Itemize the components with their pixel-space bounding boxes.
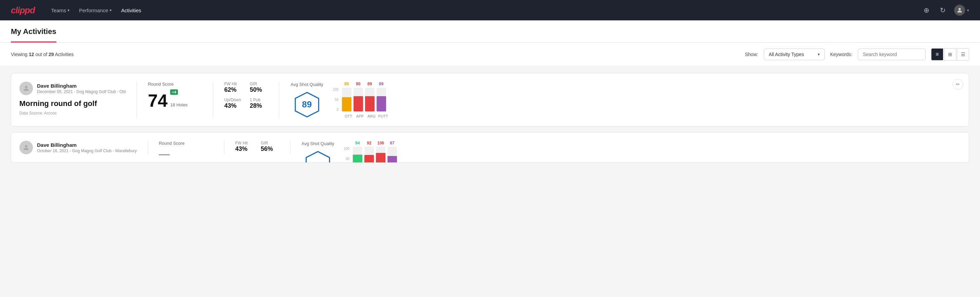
nav-teams[interactable]: Teams ▾ (51, 6, 70, 14)
bar-app-wrapper (353, 88, 363, 112)
bar-ott-value: 85 (344, 81, 349, 86)
round-score-label: Round Score (148, 81, 202, 87)
view-toggle: ≡ ⊞ ☰ (931, 48, 969, 61)
activity-type-select[interactable]: All Activity Types ▾ (764, 49, 825, 60)
oneputt-value: 28% (250, 102, 268, 109)
card-info: Dave Billingham December 05, 2021 - Gog … (19, 81, 126, 115)
edit-button[interactable]: ✏ (953, 79, 963, 90)
gir-stat-2: GIR 56% (261, 141, 280, 153)
list-view-button[interactable]: ☰ (957, 48, 969, 61)
user-avatar-button[interactable]: ▾ (954, 5, 969, 16)
bar-arg: 89 (365, 81, 375, 112)
viewing-total: 29 (49, 52, 54, 57)
card-divider-5 (224, 141, 224, 154)
nav-performance-chevron: ▾ (110, 8, 112, 13)
gir-value: 50% (250, 86, 268, 93)
holes-text: 18 Holes (170, 102, 188, 107)
keywords-label: Keywords: (830, 52, 852, 57)
card-divider-2 (213, 81, 213, 118)
bar-putt-fill-2 (387, 156, 397, 163)
fw-hit-stat-2: FW Hit 43% (235, 141, 254, 153)
compact-view-button[interactable]: ≡ (931, 48, 943, 61)
updown-stat: Up/Down 43% (224, 97, 243, 109)
user-row: Dave Billingham December 05, 2021 - Gog … (19, 81, 126, 95)
score-number-2: — (159, 148, 170, 160)
gir-label: GIR (250, 81, 268, 86)
avatar (954, 5, 965, 16)
header-right: ⊕ ↻ ▾ (921, 5, 969, 16)
nav-performance-label: Performance (79, 8, 108, 13)
bar-chart: 100 50 0 85 90 (333, 81, 388, 112)
gir-label-2: GIR (261, 141, 280, 145)
x-label-arg: ARG (367, 114, 376, 118)
y-label-50-2: 50 (344, 157, 349, 161)
shot-quality-label-2: Avg Shot Quality (302, 141, 334, 146)
y-label-100-2: 100 (344, 147, 349, 150)
fw-hit-value: 62% (224, 86, 243, 93)
bar-app-value-2: 92 (367, 141, 371, 145)
bar-arg-value: 89 (368, 81, 372, 86)
refresh-icon[interactable]: ↻ (938, 5, 947, 15)
shot-quality-section-2: Avg Shot Quality 100 50 0 (302, 141, 961, 163)
nav-teams-chevron: ▾ (68, 8, 70, 13)
bar-arg-value-2: 106 (377, 141, 384, 145)
user-avatar (19, 81, 33, 95)
bar-ott-fill-2 (353, 155, 362, 163)
svg-point-3 (25, 145, 27, 147)
y-label-0: 0 (333, 108, 339, 112)
bar-app: 90 (353, 81, 363, 112)
fw-hit-label: FW Hit (224, 81, 243, 86)
bar-putt-2: 87 (387, 141, 397, 163)
add-icon[interactable]: ⊕ (921, 5, 931, 15)
filter-bar: Viewing 12 out of 29 Activities Show: Al… (0, 43, 980, 66)
shot-quality-label: Avg Shot Quality (290, 82, 323, 87)
bar-app-fill-2 (364, 155, 374, 163)
stats-section-2: FW Hit 43% GIR 56% (235, 141, 280, 153)
bar-chart-area: 100 50 0 85 90 (333, 81, 388, 118)
y-axis-2: 100 50 0 (344, 147, 349, 163)
bar-chart-area-2: 100 50 0 94 92 (344, 141, 399, 163)
x-label-ott: OTT (344, 114, 353, 118)
y-label-50: 50 (333, 98, 339, 102)
bar-ott-fill (342, 97, 352, 112)
avatar-chevron: ▾ (967, 8, 969, 13)
grid-view-button[interactable]: ⊞ (944, 48, 956, 61)
stats-section: FW Hit 62% GIR 50% Up/Down 43% 1 Putt 28… (224, 81, 268, 109)
bar-putt-value-2: 87 (390, 141, 394, 145)
user-name-2: Dave Billingham (37, 142, 137, 148)
bar-arg-fill-2 (376, 153, 385, 163)
activity-card: ✏ Dave Billingham December 05, 2021 - Go… (11, 73, 969, 127)
hexagon-wrapper: 89 (290, 91, 323, 118)
hexagon-2 (304, 150, 331, 163)
x-label-app: APP (355, 114, 365, 118)
card-info-2: Dave Billingham October 16, 2021 - Gog M… (19, 141, 137, 158)
nav-performance[interactable]: Performance ▾ (79, 6, 112, 14)
score-number: 74 (148, 92, 167, 109)
card-divider (137, 81, 137, 118)
activity-type-value: All Activity Types (769, 52, 804, 57)
nav-teams-label: Teams (51, 8, 66, 13)
score-row: 74 +4 18 Holes (148, 89, 202, 109)
user-date-2: October 16, 2021 - Gog Magog Golf Club -… (37, 148, 137, 153)
bar-arg-fill (365, 96, 375, 112)
round-score-section-2: Round Score — (159, 141, 213, 160)
card-divider-3 (279, 81, 280, 118)
page-title: My Activities (11, 21, 56, 43)
nav-activities[interactable]: Activities (121, 6, 141, 14)
fw-hit-label-2: FW Hit (235, 141, 254, 145)
activity-type-chevron: ▾ (818, 52, 820, 57)
hexagon-svg-2 (304, 150, 331, 163)
user-date: December 05, 2021 - Gog Magog Golf Club … (37, 89, 126, 94)
shot-quality-section: Avg Shot Quality 89 100 (290, 81, 961, 118)
score-badge: +4 (170, 89, 178, 95)
hex-score: 89 (302, 99, 312, 110)
shot-quality-wrapper-2: Avg Shot Quality (302, 141, 334, 163)
viewing-count: 12 (29, 52, 34, 57)
svg-point-0 (959, 8, 961, 10)
logo: clippd (11, 5, 35, 16)
svg-marker-4 (306, 152, 330, 163)
search-input[interactable] (858, 49, 926, 60)
bar-putt: 89 (377, 81, 386, 112)
y-axis: 100 50 0 (333, 88, 339, 112)
hexagon-wrapper-2 (302, 150, 334, 163)
